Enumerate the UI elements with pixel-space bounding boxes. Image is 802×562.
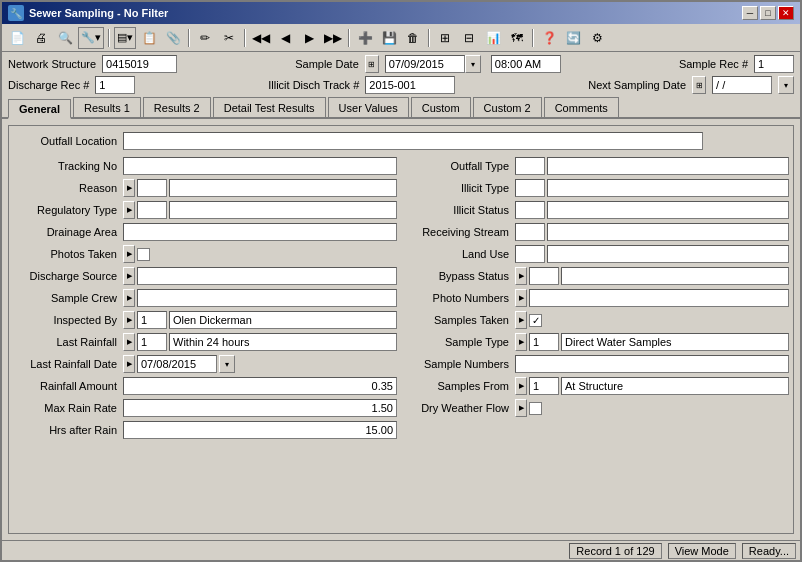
sample-type-code[interactable] bbox=[529, 333, 559, 351]
illicit-type-code[interactable] bbox=[515, 179, 545, 197]
samples-from-text[interactable] bbox=[561, 377, 789, 395]
sample-date-arrow[interactable]: ▾ bbox=[465, 55, 481, 73]
new-button[interactable]: 📄 bbox=[6, 27, 28, 49]
illicit-type-text[interactable] bbox=[547, 179, 789, 197]
last-rainfall-btn[interactable]: ▶ bbox=[123, 333, 135, 351]
photos-taken-btn[interactable]: ▶ bbox=[123, 245, 135, 263]
reason-btn[interactable]: ▶ bbox=[123, 179, 135, 197]
samples-taken-checkbox[interactable] bbox=[529, 314, 542, 327]
minimize-button[interactable]: ─ bbox=[742, 6, 758, 20]
search-button[interactable]: 🔍 bbox=[54, 27, 76, 49]
inspected-by-text[interactable] bbox=[169, 311, 397, 329]
land-use-text[interactable] bbox=[547, 245, 789, 263]
max-rain-rate-input[interactable] bbox=[123, 399, 397, 417]
regulatory-text-input[interactable] bbox=[169, 201, 397, 219]
filter-dropdown[interactable]: 🔧▾ bbox=[78, 27, 104, 49]
help-button[interactable]: ❓ bbox=[538, 27, 560, 49]
drainage-area-input[interactable] bbox=[123, 223, 397, 241]
regulatory-code-input[interactable] bbox=[137, 201, 167, 219]
photos-taken-checkbox[interactable] bbox=[137, 248, 150, 261]
next-sampling-btn[interactable]: ⊞ bbox=[692, 76, 706, 94]
regulatory-btn[interactable]: ▶ bbox=[123, 201, 135, 219]
view-dropdown[interactable]: ▤▾ bbox=[114, 27, 136, 49]
photo-numbers-btn[interactable]: ▶ bbox=[515, 289, 527, 307]
sample-crew-input[interactable] bbox=[137, 289, 397, 307]
nav-next-button[interactable]: ▶ bbox=[298, 27, 320, 49]
outfall-type-code[interactable] bbox=[515, 157, 545, 175]
sample-numbers-input[interactable] bbox=[515, 355, 789, 373]
save-button[interactable]: 💾 bbox=[378, 27, 400, 49]
bypass-status-btn[interactable]: ▶ bbox=[515, 267, 527, 285]
refresh-button[interactable]: 🔄 bbox=[562, 27, 584, 49]
rainfall-amount-input[interactable] bbox=[123, 377, 397, 395]
last-rainfall-text[interactable] bbox=[169, 333, 397, 351]
receiving-stream-code[interactable] bbox=[515, 223, 545, 241]
chart-button[interactable]: 📊 bbox=[482, 27, 504, 49]
dry-weather-flow-btn[interactable]: ▶ bbox=[515, 399, 527, 417]
samples-taken-btn[interactable]: ▶ bbox=[515, 311, 527, 329]
export-button[interactable]: 📋 bbox=[138, 27, 160, 49]
outfall-type-text[interactable] bbox=[547, 157, 789, 175]
attach-button[interactable]: 📎 bbox=[162, 27, 184, 49]
edit-button[interactable]: ✏ bbox=[194, 27, 216, 49]
illicit-status-code[interactable] bbox=[515, 201, 545, 219]
dry-weather-flow-checkbox[interactable] bbox=[529, 402, 542, 415]
nav-prev-button[interactable]: ◀ bbox=[274, 27, 296, 49]
last-rainfall-code[interactable] bbox=[137, 333, 167, 351]
tab-results1[interactable]: Results 1 bbox=[73, 97, 141, 117]
cut-button[interactable]: ✂ bbox=[218, 27, 240, 49]
illicit-track-input[interactable] bbox=[365, 76, 455, 94]
reason-code-input[interactable] bbox=[137, 179, 167, 197]
sample-type-btn[interactable]: ▶ bbox=[515, 333, 527, 351]
maximize-button[interactable]: □ bbox=[760, 6, 776, 20]
last-rainfall-date-arrow[interactable]: ▾ bbox=[219, 355, 235, 373]
tab-comments[interactable]: Comments bbox=[544, 97, 619, 117]
receiving-stream-text[interactable] bbox=[547, 223, 789, 241]
reason-text-input[interactable] bbox=[169, 179, 397, 197]
bypass-status-code[interactable] bbox=[529, 267, 559, 285]
discharge-rec-input[interactable] bbox=[95, 76, 135, 94]
sample-rec-input[interactable] bbox=[754, 55, 794, 73]
sample-date-combo[interactable]: ▾ bbox=[385, 55, 481, 73]
sample-type-text[interactable] bbox=[561, 333, 789, 351]
last-rainfall-date-input[interactable] bbox=[137, 355, 217, 373]
illicit-status-text[interactable] bbox=[547, 201, 789, 219]
network-structure-input[interactable] bbox=[102, 55, 177, 73]
samples-from-btn[interactable]: ▶ bbox=[515, 377, 527, 395]
add-button[interactable]: ➕ bbox=[354, 27, 376, 49]
sample-date-input[interactable] bbox=[385, 55, 465, 73]
discharge-source-input[interactable] bbox=[137, 267, 397, 285]
nav-last-button[interactable]: ▶▶ bbox=[322, 27, 344, 49]
hrs-after-rain-input[interactable] bbox=[123, 421, 397, 439]
tab-custom2[interactable]: Custom 2 bbox=[473, 97, 542, 117]
grid2-button[interactable]: ⊟ bbox=[458, 27, 480, 49]
next-sampling-input[interactable] bbox=[712, 76, 772, 94]
inspected-by-btn[interactable]: ▶ bbox=[123, 311, 135, 329]
discharge-source-btn[interactable]: ▶ bbox=[123, 267, 135, 285]
photo-numbers-input[interactable] bbox=[529, 289, 789, 307]
delete-button[interactable]: 🗑 bbox=[402, 27, 424, 49]
nav-first-button[interactable]: ◀◀ bbox=[250, 27, 272, 49]
sample-crew-btn[interactable]: ▶ bbox=[123, 289, 135, 307]
inspected-by-code[interactable] bbox=[137, 311, 167, 329]
bypass-status-text[interactable] bbox=[561, 267, 789, 285]
sample-date-btn[interactable]: ⊞ bbox=[365, 55, 379, 73]
print-button[interactable]: 🖨 bbox=[30, 27, 52, 49]
tab-general[interactable]: General bbox=[8, 99, 71, 119]
grid-button[interactable]: ⊞ bbox=[434, 27, 456, 49]
separator-6 bbox=[532, 29, 534, 47]
tab-results2[interactable]: Results 2 bbox=[143, 97, 211, 117]
last-rainfall-date-btn[interactable]: ▶ bbox=[123, 355, 135, 373]
tab-custom[interactable]: Custom bbox=[411, 97, 471, 117]
land-use-code[interactable] bbox=[515, 245, 545, 263]
close-button[interactable]: ✕ bbox=[778, 6, 794, 20]
settings-button[interactable]: ⚙ bbox=[586, 27, 608, 49]
outfall-location-input[interactable] bbox=[123, 132, 703, 150]
next-sampling-arrow[interactable]: ▾ bbox=[778, 76, 794, 94]
tab-user-values[interactable]: User Values bbox=[328, 97, 409, 117]
sample-time-input[interactable] bbox=[491, 55, 561, 73]
tab-detail-test[interactable]: Detail Test Results bbox=[213, 97, 326, 117]
samples-from-code[interactable] bbox=[529, 377, 559, 395]
map-button[interactable]: 🗺 bbox=[506, 27, 528, 49]
tracking-no-input[interactable] bbox=[123, 157, 397, 175]
